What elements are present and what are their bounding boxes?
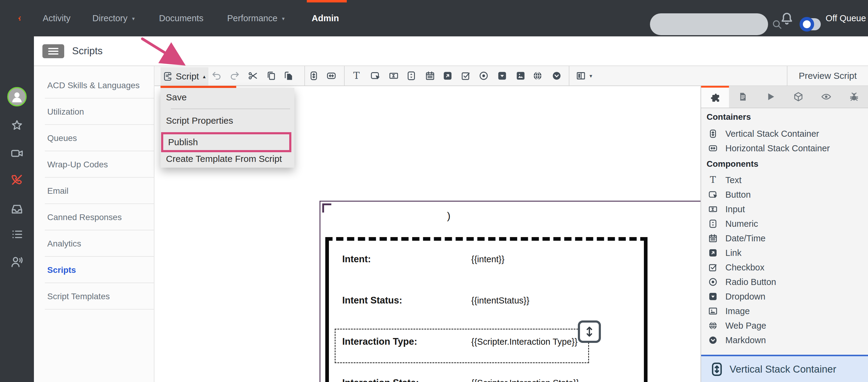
vertical-stack-icon xyxy=(708,128,718,139)
field-value[interactable]: {{intent}} xyxy=(471,253,504,266)
script-menu-button[interactable]: Script ▲ xyxy=(160,67,208,86)
input-component-icon[interactable] xyxy=(385,67,402,84)
field-label[interactable]: Interaction State: xyxy=(342,376,419,382)
field-value[interactable]: {{Scripter.Interaction Type}} xyxy=(471,335,578,348)
video-icon[interactable] xyxy=(10,146,24,160)
sidebar-item-queues[interactable]: Queues xyxy=(34,125,154,151)
webpage-component-icon[interactable] xyxy=(529,67,546,84)
vertical-stack-handle-icon[interactable] xyxy=(578,320,601,343)
nav-item-performance[interactable]: Performance▼ xyxy=(227,0,286,36)
checkbox-icon xyxy=(708,262,718,272)
sidebar-item-utilization[interactable]: Utilization xyxy=(34,98,154,125)
markdown-component-icon[interactable] xyxy=(548,67,565,84)
nav-item-activity[interactable]: Activity xyxy=(43,0,70,36)
tab-debug[interactable] xyxy=(840,86,868,108)
favorites-star-icon[interactable] xyxy=(10,119,24,133)
selected-element-footer[interactable]: Vertical Stack Container xyxy=(701,355,868,382)
tab-components[interactable] xyxy=(701,86,729,108)
components-panel: Containers Vertical Stack Container Hori… xyxy=(701,86,868,382)
sidebar-item-scripts[interactable]: Scripts xyxy=(34,257,154,283)
notifications-bell-icon[interactable] xyxy=(779,11,795,27)
menu-item-script-properties[interactable]: Script Properties xyxy=(160,114,294,128)
nav-item-documents[interactable]: Documents xyxy=(159,0,204,36)
undo-icon[interactable] xyxy=(208,67,225,84)
left-icon-rail xyxy=(0,36,34,382)
menu-divider xyxy=(171,109,290,109)
menu-hamburger-button[interactable] xyxy=(42,44,64,58)
tab-actions[interactable] xyxy=(757,86,785,108)
palette-item-checkbox[interactable]: Checkbox xyxy=(701,261,868,273)
sidebar-item-email[interactable]: Email xyxy=(34,178,154,204)
link-component-icon[interactable] xyxy=(439,67,456,84)
nav-item-admin[interactable]: Admin xyxy=(312,0,339,36)
palette-item-numeric[interactable]: Numeric xyxy=(701,218,868,230)
tab-preview[interactable] xyxy=(812,86,840,108)
play-icon xyxy=(765,91,776,102)
genesys-scripts-editor: Activity Directory▼ Documents Performanc… xyxy=(0,0,868,382)
dropdown-component-icon[interactable] xyxy=(494,67,510,84)
datetime-component-icon[interactable] xyxy=(422,67,438,84)
field-label[interactable]: Interaction Type: xyxy=(342,335,417,348)
palette-item-webpage[interactable]: Web Page xyxy=(701,320,868,332)
sidebar-item-acd-skills[interactable]: ACD Skills & Languages xyxy=(34,72,154,98)
palette-item-button[interactable]: Button xyxy=(701,188,868,201)
script-menu-active-indicator xyxy=(160,86,236,88)
palette-item-horizontal-stack[interactable]: Horizontal Stack Container xyxy=(701,142,868,154)
image-component-icon[interactable] xyxy=(512,67,529,84)
sidebar-item-canned-responses[interactable]: Canned Responses xyxy=(34,204,154,230)
phone-disabled-icon[interactable] xyxy=(10,173,24,187)
palette-item-vertical-stack[interactable]: Vertical Stack Container xyxy=(701,128,868,140)
redo-icon[interactable] xyxy=(226,67,243,84)
palette-item-radio[interactable]: Radio Button xyxy=(701,276,868,288)
field-value[interactable]: {{intentStatus}} xyxy=(471,294,529,307)
global-search[interactable] xyxy=(650,13,768,35)
dropdown-icon xyxy=(708,291,718,302)
toggle-knob xyxy=(800,17,814,32)
menu-item-create-template[interactable]: Create Template From Script xyxy=(160,152,294,166)
tab-resources[interactable] xyxy=(784,86,812,108)
sidebar-item-script-templates[interactable]: Script Templates xyxy=(34,283,154,310)
input-icon xyxy=(708,204,718,214)
tab-pages[interactable] xyxy=(729,86,757,108)
copy-icon[interactable] xyxy=(262,67,280,84)
markdown-icon xyxy=(708,335,718,345)
nav-item-directory[interactable]: Directory▼ xyxy=(92,0,136,36)
palette-item-dropdown[interactable]: Dropdown xyxy=(701,290,868,302)
text-component-icon[interactable]: T xyxy=(348,67,365,84)
column-layout-icon[interactable]: ▼ xyxy=(571,67,597,84)
field-label[interactable]: Intent Status: xyxy=(342,294,402,307)
field-label[interactable]: Intent: xyxy=(342,253,371,266)
queue-status-toggle[interactable] xyxy=(801,18,821,30)
palette-item-image[interactable]: Image xyxy=(701,305,868,317)
search-input[interactable] xyxy=(650,13,771,35)
paste-icon[interactable] xyxy=(280,67,297,84)
menu-item-save[interactable]: Save xyxy=(160,90,294,104)
list-icon[interactable] xyxy=(10,227,24,241)
palette-item-input[interactable]: Input xyxy=(701,203,868,215)
radio-component-icon[interactable] xyxy=(475,67,492,84)
user-avatar[interactable] xyxy=(7,87,27,107)
vertical-stack-icon[interactable] xyxy=(305,67,322,84)
vertical-stack-icon xyxy=(708,361,725,378)
menu-item-publish[interactable]: Publish xyxy=(163,134,289,150)
button-component-icon[interactable] xyxy=(367,67,384,84)
palette-item-datetime[interactable]: Date/Time xyxy=(701,232,868,244)
genesys-logo-icon[interactable] xyxy=(11,5,29,32)
palette-item-text[interactable]: TText xyxy=(701,174,868,186)
script-dropdown-menu: Save Script Properties Publish Create Te… xyxy=(160,88,294,168)
cut-icon[interactable] xyxy=(244,67,261,84)
agent-interactions-icon[interactable] xyxy=(10,255,24,269)
horizontal-stack-icon[interactable] xyxy=(323,67,340,84)
sidebar-item-wrapup-codes[interactable]: Wrap-Up Codes xyxy=(34,151,154,178)
inbox-icon[interactable] xyxy=(10,202,24,216)
chevron-down-icon: ▼ xyxy=(281,16,286,21)
numeric-component-icon[interactable] xyxy=(403,67,420,84)
checkbox-component-icon[interactable] xyxy=(457,67,474,84)
preview-script-button[interactable]: Preview Script xyxy=(787,66,868,86)
sidebar-item-analytics[interactable]: Analytics xyxy=(34,230,154,257)
field-value[interactable]: {{Scripter.Interaction State}} xyxy=(471,376,579,382)
document-icon xyxy=(738,91,748,102)
palette-item-link[interactable]: Link xyxy=(701,247,868,259)
chevron-down-icon: ▼ xyxy=(589,74,593,79)
palette-item-markdown[interactable]: Markdown xyxy=(701,334,868,346)
